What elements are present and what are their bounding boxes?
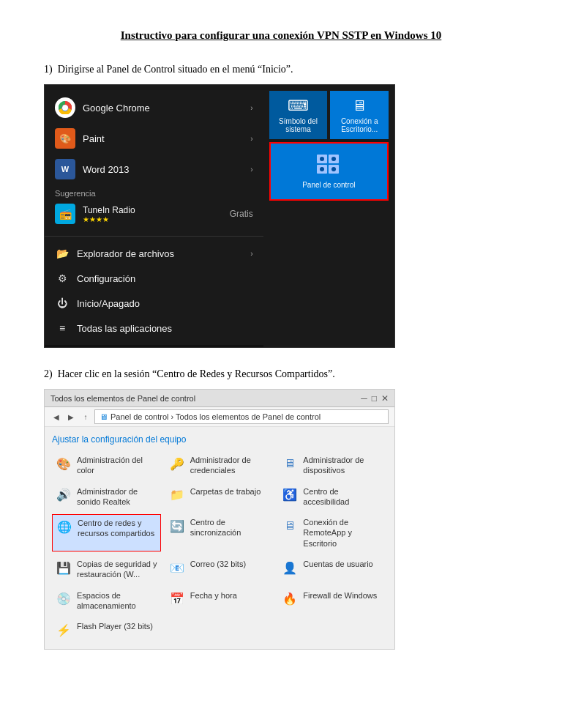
svg-point-2 (63, 105, 67, 110)
datetime-icon: 📅 (168, 590, 186, 608)
arrow-icon: › (250, 250, 252, 258)
terminal-icon: ⌨ (288, 97, 309, 114)
taskbar: 📁 (45, 345, 263, 348)
windows-button[interactable] (50, 345, 72, 348)
up-button[interactable]: ↑ (80, 411, 91, 423)
start-bottom: 📂 Explorador de archivos › ⚙ Configuraci… (45, 236, 263, 345)
cp-item-credentials[interactable]: 🔑 Administrador de credenciales (165, 452, 274, 479)
app-item-tunein[interactable]: 📻 TuneIn Radio ★★★★ Gratis (45, 199, 263, 229)
cp-window-controls: ─ □ ✕ (361, 393, 389, 404)
cp-toolbar: ◀ ▶ ↑ 🖥 Panel de control › Todos los ele… (45, 407, 394, 427)
credentials-icon: 🔑 (168, 455, 186, 472)
start-menu-left: Google Chrome › 🎨 Paint › W Word (45, 85, 263, 347)
step-1: 1) Dirigirse al Panel de Control situado… (44, 64, 518, 348)
cp-item-firewall[interactable]: 🔥 Firewall de Windows (278, 587, 387, 614)
cp-item-network[interactable]: 🌐 Centro de redes y recursos compartidos (52, 514, 161, 551)
svg-point-12 (331, 157, 336, 161)
control-panel-icon (317, 155, 340, 178)
cp-items-grid: 🎨 Administración del color 🔑 Administrad… (52, 452, 387, 642)
cp-item-sound[interactable]: 🔊 Administrador de sonido Realtek (52, 483, 161, 510)
app-item-word[interactable]: W Word 2013 › (45, 154, 263, 185)
app-list: Google Chrome › 🎨 Paint › W Word (45, 85, 263, 236)
app-item-paint[interactable]: 🎨 Paint › (45, 123, 263, 154)
storage-icon: 💿 (55, 590, 72, 608)
flash-icon: ⚡ (55, 621, 72, 639)
network-icon: 🌐 (56, 518, 73, 535)
control-panel-window: Todos los elementos de Panel de control … (44, 389, 395, 650)
forward-button[interactable]: ▶ (65, 411, 77, 423)
back-button[interactable]: ◀ (50, 411, 62, 423)
taskbar-folder-icon[interactable]: 📁 (77, 347, 94, 348)
word-icon: W (55, 159, 75, 179)
cp-body: Ajustar la configuración del equipo 🎨 Ad… (45, 427, 394, 649)
apps-icon: ≡ (55, 321, 70, 335)
cp-section-title: Ajustar la configuración del equipo (52, 434, 387, 445)
paint-icon: 🎨 (55, 128, 75, 149)
tile-symbol[interactable]: ⌨ Símbolo del sistema (269, 91, 328, 139)
accessibility-icon: ♿ (281, 486, 299, 504)
cp-titlebar: Todos los elementos de Panel de control … (45, 390, 394, 407)
cp-item-user-accounts[interactable]: 👤 Cuentas de usuario (278, 556, 387, 583)
tunein-icon: 📻 (55, 204, 75, 224)
step-2-text: 2) Hacer clic en la sesión “Centro de Re… (44, 368, 518, 380)
firewall-icon: 🔥 (281, 590, 299, 608)
cp-item-devices[interactable]: 🖥 Administrador de dispositivos (278, 452, 387, 479)
suggestion-label: Sugerencia (45, 185, 263, 199)
remoteapp-icon: 🖥 (281, 517, 299, 535)
chrome-icon (55, 97, 75, 118)
cp-item-sync[interactable]: 🔄 Centro de sincronización (165, 514, 274, 551)
close-icon[interactable]: ✕ (381, 393, 389, 404)
color-icon: 🎨 (55, 455, 72, 472)
bottom-item-all-apps[interactable]: ≡ Todas las aplicaciones (45, 316, 263, 341)
svg-point-14 (331, 167, 336, 171)
cp-item-datetime[interactable]: 📅 Fecha y hora (165, 587, 274, 614)
backup-icon: 💾 (55, 559, 72, 576)
tile-remote[interactable]: 🖥 Conexión a Escritorio... (330, 91, 389, 139)
cp-item-backup[interactable]: 💾 Copias de seguridad y restauración (W.… (52, 556, 161, 583)
cp-item-folders[interactable]: 📁 Carpetas de trabajo (165, 483, 274, 510)
cp-window-title: Todos los elementos de Panel de control (50, 394, 195, 403)
user-icon: 👤 (281, 559, 299, 576)
maximize-icon[interactable]: □ (372, 393, 377, 404)
bottom-item-explorer[interactable]: 📂 Explorador de archivos › (45, 241, 263, 266)
screenshot-start-menu: Google Chrome › 🎨 Paint › W Word (44, 84, 518, 348)
tile-panel-control[interactable]: Panel de control (269, 142, 389, 201)
start-menu-tiles: ⌨ Símbolo del sistema 🖥 Conexión a Escri… (263, 85, 394, 347)
page-title: Instructivo para configurar una conexión… (44, 29, 518, 42)
cp-item-storage[interactable]: 💿 Espacios de almacenamiento (52, 587, 161, 614)
power-icon: ⏻ (55, 296, 70, 311)
folders-icon: 📁 (168, 486, 186, 504)
app-item-chrome[interactable]: Google Chrome › (45, 92, 263, 123)
arrow-icon: › (250, 135, 252, 143)
arrow-icon: › (250, 104, 252, 112)
cp-item-color[interactable]: 🎨 Administración del color (52, 452, 161, 479)
devices-icon: 🖥 (281, 455, 299, 472)
explorer-icon: 📂 (55, 246, 70, 261)
step-1-text: 1) Dirigirse al Panel de Control situado… (44, 64, 518, 75)
settings-icon: ⚙ (55, 271, 70, 286)
arrow-icon: › (250, 166, 252, 174)
sound-icon: 🔊 (55, 486, 72, 504)
cp-item-flash[interactable]: ⚡ Flash Player (32 bits) (52, 618, 161, 642)
svg-point-11 (320, 157, 324, 161)
address-bar[interactable]: 🖥 Panel de control › Todos los elementos… (94, 409, 389, 424)
bottom-item-settings[interactable]: ⚙ Configuración (45, 266, 263, 291)
mail-icon: 📧 (168, 559, 186, 576)
cp-item-accessibility[interactable]: ♿ Centro de accesibilidad (278, 483, 387, 510)
svg-point-13 (320, 167, 324, 171)
suggestion-text: TuneIn Radio ★★★★ (83, 205, 230, 223)
step-2: 2) Hacer clic en la sesión “Centro de Re… (44, 368, 518, 650)
cp-item-mail[interactable]: 📧 Correo (32 bits) (165, 556, 274, 583)
minimize-icon[interactable]: ─ (361, 393, 367, 404)
cp-item-remoteapp[interactable]: 🖥 Conexión de RemoteApp y Escritorio (278, 514, 387, 551)
start-menu-window: Google Chrome › 🎨 Paint › W Word (44, 84, 395, 348)
bottom-item-power[interactable]: ⏻ Inicio/Apagado (45, 291, 263, 316)
sync-icon: 🔄 (168, 517, 186, 535)
remote-icon: 🖥 (352, 97, 367, 114)
screenshot-control-panel: Todos los elementos de Panel de control … (44, 389, 518, 650)
